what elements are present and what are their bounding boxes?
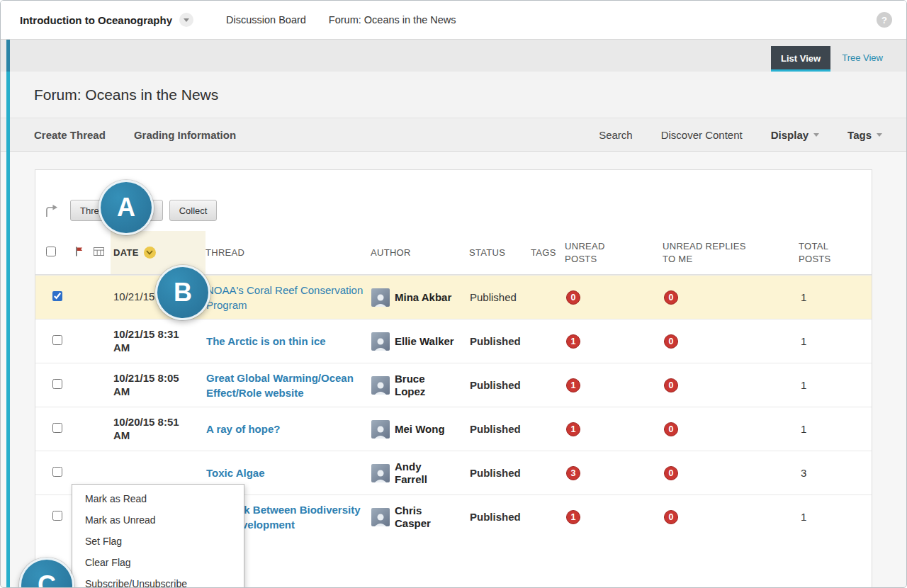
author-name: Chris Casper — [395, 504, 456, 530]
view-toggle-band: List View Tree View — [1, 40, 906, 72]
annotation-callout-a: A — [98, 180, 154, 235]
avatar — [371, 464, 390, 482]
total-posts-count: 1 — [799, 511, 872, 523]
menu-item-mark-as-unread[interactable]: Mark as Unread — [72, 509, 244, 531]
content-area: List View Tree View Forum: Oceans in the… — [1, 40, 906, 588]
total-posts-count: 1 — [799, 379, 872, 391]
tags-menu-label: Tags — [847, 129, 872, 141]
create-thread-button[interactable]: Create Thread — [34, 129, 106, 141]
thread-row: 10/21/15 8:31 AM The Arctic is on thin i… — [35, 319, 872, 363]
breadcrumb: Discussion Board Forum: Oceans in the Ne… — [226, 14, 456, 26]
thread-link[interactable]: Toxic Algae — [206, 467, 265, 479]
breadcrumb-discussion-board[interactable]: Discussion Board — [226, 14, 306, 26]
unread-posts-badge[interactable]: 0 — [566, 290, 580, 305]
tree-view-tab[interactable]: Tree View — [830, 52, 896, 72]
thread-link[interactable]: Great Global Warming/Ocean Effect/Role w… — [206, 372, 354, 399]
total-posts-count: 1 — [799, 423, 872, 435]
collect-button[interactable]: Collect — [169, 200, 218, 221]
tags-column-header: TAGS — [531, 247, 565, 259]
select-all-checkbox[interactable] — [46, 247, 56, 256]
thread-link[interactable]: NOAA's Coral Reef Conservation Program — [206, 284, 363, 311]
branch-arrow-icon — [44, 204, 60, 217]
author-name: Bruce Lopez — [395, 373, 456, 398]
menu-item-clear-flag[interactable]: Clear Flag — [72, 552, 244, 573]
total-posts-count: 1 — [799, 335, 872, 347]
thread-link[interactable]: The Arctic is on thin ice — [206, 335, 326, 347]
accent-stripe — [6, 40, 10, 588]
breadcrumb-forum-current: Forum: Oceans in the News — [329, 14, 456, 26]
author-name: Mina Akbar — [395, 291, 451, 304]
row-checkbox[interactable] — [52, 511, 62, 521]
unread-posts-badge[interactable]: 1 — [566, 334, 580, 349]
display-menu-button[interactable]: Display — [771, 129, 819, 141]
action-bar-right: Search Discover Content Display Tags — [599, 129, 882, 141]
row-checkbox[interactable] — [52, 467, 62, 477]
sort-descending-icon — [144, 247, 156, 259]
row-checkbox[interactable] — [52, 423, 62, 433]
avatar — [371, 332, 390, 351]
author-column-header[interactable]: AUTHOR — [371, 247, 469, 259]
unread-replies-badge[interactable]: 0 — [664, 422, 678, 436]
unread-replies-badge[interactable]: 0 — [664, 378, 678, 392]
unread-replies-badge[interactable]: 0 — [664, 290, 678, 305]
unread-posts-badge[interactable]: 1 — [566, 510, 580, 524]
thread-date: 10/21/15 8:05 AM — [111, 372, 196, 399]
grid-column-header[interactable] — [94, 247, 111, 258]
row-checkbox[interactable] — [52, 335, 62, 345]
top-bar: Introduction to Oceanography Discussion … — [1, 1, 906, 40]
chevron-down-icon — [877, 133, 882, 137]
flag-column-header[interactable] — [75, 246, 94, 259]
menu-item-set-flag[interactable]: Set Flag — [72, 531, 244, 552]
page-title: Forum: Oceans in the News — [34, 86, 218, 103]
unread-posts-badge[interactable]: 1 — [566, 378, 580, 392]
avatar — [371, 508, 390, 526]
discover-content-button[interactable]: Discover Content — [661, 129, 743, 141]
thread-status: Published — [469, 467, 531, 479]
page-title-area: Forum: Oceans in the News — [1, 72, 906, 118]
thread-link[interactable]: A ray of hope? — [206, 423, 280, 435]
avatar — [371, 288, 390, 307]
list-view-tab[interactable]: List View — [771, 46, 830, 72]
unread-replies-badge[interactable]: 0 — [664, 510, 678, 524]
status-column-header[interactable]: STATUS — [469, 247, 531, 259]
table-header-row: DATE THREAD AUTHOR STATUS TAGS UNREAD PO… — [35, 231, 872, 275]
thread-column-header[interactable]: THREAD — [205, 247, 371, 259]
action-bar-left: Create Thread Grading Information — [34, 129, 236, 141]
course-title[interactable]: Introduction to Oceanography — [20, 14, 172, 26]
author-name: Mei Wong — [395, 423, 445, 436]
avatar — [371, 376, 390, 395]
unread-posts-column-header: UNREAD POSTS — [565, 240, 621, 265]
author-name: Ellie Walker — [395, 335, 454, 348]
total-posts-column-header: TOTAL POSTS — [799, 240, 841, 265]
annotation-callout-b: B — [155, 265, 210, 320]
display-menu-label: Display — [771, 129, 809, 141]
date-header-label: DATE — [113, 247, 139, 259]
menu-item-mark-as-read[interactable]: Mark as Read — [72, 488, 244, 509]
unread-posts-badge[interactable]: 1 — [566, 422, 580, 436]
thread-status: Published — [469, 423, 531, 435]
unread-posts-badge[interactable]: 3 — [566, 466, 580, 480]
chevron-down-icon — [813, 133, 819, 137]
tags-menu-button[interactable]: Tags — [847, 129, 882, 141]
row-checkbox[interactable] — [52, 379, 62, 389]
course-menu-chevron-icon[interactable] — [179, 13, 193, 27]
grading-information-button[interactable]: Grading Information — [134, 129, 236, 141]
thread-status: Published — [469, 335, 531, 347]
top-toolbar: Thread Actions Collect — [35, 170, 872, 231]
unread-replies-badge[interactable]: 0 — [664, 334, 678, 349]
grid-icon — [94, 247, 104, 256]
menu-item-subscribe-unsubscribe[interactable]: Subscribe/Unsubscribe — [72, 573, 244, 588]
screen: Introduction to Oceanography Discussion … — [0, 0, 907, 588]
thread-status: Published — [469, 511, 531, 523]
thread-row: 10/20/15 8:51 AM A ray of hope? Mei Wong… — [35, 407, 872, 451]
search-button[interactable]: Search — [599, 129, 633, 141]
unread-replies-badge[interactable]: 0 — [664, 466, 678, 480]
author-name: Andy Farrell — [395, 460, 456, 486]
thread-status: Published — [469, 291, 531, 303]
unread-replies-column-header: UNREAD REPLIES TO ME — [663, 240, 758, 265]
help-icon[interactable]: ? — [877, 12, 892, 28]
flag-icon — [75, 246, 84, 257]
thread-status: Published — [469, 379, 531, 391]
thread-actions-menu: Mark as Read Mark as Unread Set Flag Cle… — [72, 484, 244, 588]
row-checkbox[interactable] — [52, 291, 62, 301]
